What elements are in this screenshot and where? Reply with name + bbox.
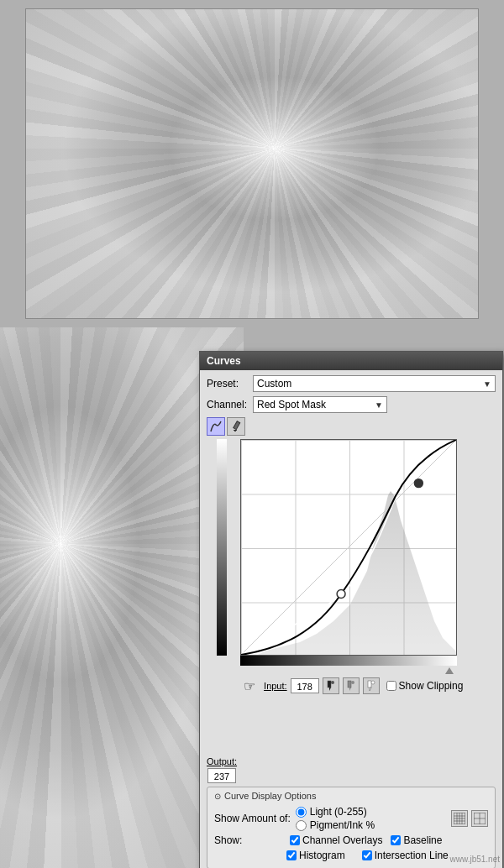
baseline-text: Baseline	[403, 834, 442, 846]
channel-arrow-icon: ▼	[375, 400, 383, 410]
channel-overlays-checkbox[interactable]	[290, 835, 300, 845]
light-radio-label[interactable]: Light (0-255)	[296, 806, 375, 818]
graph-column: ☞ Input: 178	[240, 439, 463, 699]
white-eyedropper-button[interactable]	[363, 677, 380, 694]
watermark: www.jb51.net	[450, 855, 500, 864]
svg-rect-5	[328, 681, 331, 688]
svg-rect-0	[234, 421, 240, 430]
fine-grid-button[interactable]	[451, 810, 468, 827]
tools-row	[207, 417, 496, 436]
input-row: ☞ Input: 178	[244, 677, 463, 694]
light-pigment-radio-group: Light (0-255) Pigment/Ink %	[296, 806, 375, 831]
channel-overlays-text: Channel Overlays	[302, 834, 382, 846]
intersection-line-text: Intersection Line	[375, 850, 449, 861]
svg-marker-9	[349, 688, 351, 691]
preset-arrow-icon: ▼	[483, 379, 491, 389]
left-gradient-bar	[217, 439, 227, 656]
svg-point-13	[371, 681, 375, 684]
curves-graph-container: Output: 237	[207, 439, 496, 783]
channel-dropdown[interactable]: Red Spot Mask ▼	[253, 396, 387, 413]
histogram-label[interactable]: Histogram	[286, 850, 345, 861]
svg-point-10	[351, 681, 354, 684]
svg-rect-11	[368, 681, 371, 688]
input-value[interactable]: 178	[291, 678, 319, 693]
histogram-text: Histogram	[299, 850, 345, 861]
channel-row: Channel: Red Spot Mask ▼	[207, 396, 496, 413]
bottom-gradient-bar	[240, 656, 457, 666]
channel-overlays-label[interactable]: Channel Overlays	[290, 834, 382, 846]
baseline-curve-svg	[241, 440, 456, 655]
baseline-label[interactable]: Baseline	[391, 834, 442, 846]
output-label: Output:	[207, 756, 237, 766]
show-amount-label: Show Amount of:	[214, 813, 291, 824]
pencil-tool-button[interactable]	[227, 417, 245, 436]
show-checkboxes-row: Show: Channel Overlays Baseline	[214, 834, 488, 846]
dialog-content: Preset: Custom ▼ Channel: Red Spot Mask …	[200, 370, 502, 868]
pigment-option-text: Pigment/Ink %	[310, 819, 375, 831]
canvas-top	[25, 8, 479, 319]
channel-label: Channel:	[207, 399, 253, 410]
curve-tool-icon	[210, 421, 222, 432]
show-label: Show:	[214, 834, 281, 846]
preset-dropdown[interactable]: Custom ▼	[253, 375, 496, 392]
hand-tool-icon[interactable]: ☞	[244, 679, 255, 693]
svg-rect-8	[348, 681, 351, 688]
coarse-grid-button[interactable]	[471, 810, 488, 827]
histogram-checkbox[interactable]	[286, 850, 297, 860]
gray-eyedropper-icon	[346, 680, 356, 692]
dialog-titlebar: Curves	[200, 352, 502, 370]
svg-point-4	[414, 479, 423, 488]
expand-arrow-icon[interactable]: ⊙	[214, 792, 221, 801]
svg-marker-12	[370, 688, 371, 691]
svg-point-3	[337, 590, 345, 599]
preset-value: Custom	[257, 378, 291, 390]
svg-marker-6	[329, 688, 331, 691]
black-eyedropper-icon	[326, 680, 336, 692]
baseline-checkbox[interactable]	[391, 835, 401, 845]
curve-display-options-header: Curve Display Options	[224, 791, 316, 801]
svg-line-2	[241, 440, 456, 655]
channel-value: Red Spot Mask	[257, 399, 326, 410]
show-clipping-checkbox[interactable]	[386, 681, 396, 691]
preset-row: Preset: Custom ▼	[207, 375, 496, 392]
light-radio[interactable]	[296, 807, 307, 818]
input-label: Input:	[264, 681, 287, 691]
pigment-radio-label[interactable]: Pigment/Ink %	[296, 819, 375, 831]
light-option-text: Light (0-255)	[310, 806, 367, 818]
fine-grid-icon	[454, 813, 465, 824]
preset-label: Preset:	[207, 378, 253, 390]
curves-graph[interactable]	[240, 439, 457, 656]
section-header: ⊙ Curve Display Options	[214, 791, 488, 801]
show-clipping-text: Show Clipping	[399, 680, 464, 692]
show-amount-row: Show Amount of: Light (0-255) Pigment/In…	[214, 806, 488, 831]
gray-eyedropper-button[interactable]	[343, 677, 360, 694]
gradient-triangle-icon[interactable]	[445, 667, 454, 674]
white-eyedropper-icon	[366, 680, 376, 692]
intersection-line-checkbox[interactable]	[362, 850, 372, 860]
intersection-line-label[interactable]: Intersection Line	[362, 850, 449, 861]
output-value[interactable]: 237	[207, 768, 236, 783]
radial-blur-top	[26, 9, 478, 318]
output-area: Output: 237	[207, 439, 237, 783]
adjustment-tool-area: ☞	[244, 678, 255, 694]
pencil-tool-icon	[230, 421, 242, 432]
svg-point-7	[331, 681, 334, 684]
dialog-title: Curves	[207, 355, 241, 367]
grid-icons	[451, 810, 488, 827]
show-clipping-row: Show Clipping	[386, 680, 464, 692]
show-clipping-label[interactable]: Show Clipping	[386, 680, 464, 692]
curves-dialog: Curves Preset: Custom ▼ Channel: Red Spo…	[199, 351, 503, 868]
pigment-radio[interactable]	[296, 820, 307, 831]
black-eyedropper-button[interactable]	[323, 677, 339, 694]
coarse-grid-icon	[474, 813, 486, 824]
curve-tool-button[interactable]	[207, 417, 225, 436]
